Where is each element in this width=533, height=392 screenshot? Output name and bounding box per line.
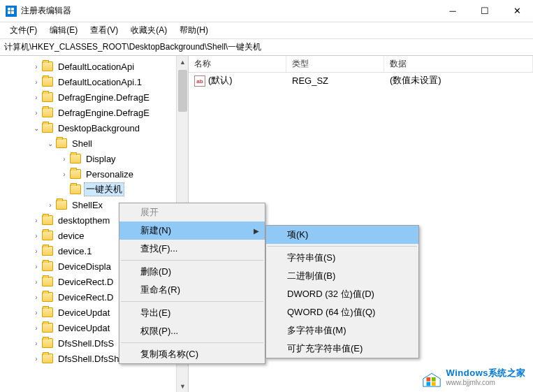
menu-item[interactable]: 重命名(R) [119,281,265,299]
folder-icon [42,231,53,240]
tree-item[interactable]: 一键关机 [0,182,188,197]
svg-rect-1 [11,8,14,10]
col-header-type[interactable]: 类型 [286,56,384,72]
folder-icon [42,307,53,317]
collapse-icon[interactable]: ⌄ [32,124,41,132]
menu-item-label: 删除(D) [140,266,171,278]
expand-icon[interactable]: › [32,247,41,255]
tree-item[interactable]: ›Personalize [0,166,188,182]
folder-icon [56,200,67,210]
context-menu: 展开新建(N)▶查找(F)...删除(D)重命名(R)导出(E)权限(P)...… [119,203,265,364]
menu-item[interactable]: QWORD (64 位)值(Q) [266,303,418,321]
folder-icon [70,184,81,194]
list-row[interactable]: ab(默认)REG_SZ(数值未设置) [189,73,533,88]
collapse-icon[interactable]: ⌄ [46,140,54,147]
folder-icon [42,338,53,348]
scroll-up-icon[interactable]: ▲ [177,56,189,68]
titlebar: 注册表编辑器 ─ ☐ ✕ [0,0,533,22]
window-buttons: ─ ☐ ✕ [437,0,533,22]
expand-icon[interactable]: › [32,293,41,301]
expand-icon[interactable]: › [60,170,68,178]
tree-item-label: device.1 [56,245,94,257]
tree-item[interactable]: ›DefragEngine.DefragE [0,89,188,105]
tree-item[interactable]: ›Display [0,151,188,166]
menu-view[interactable]: 查看(V) [85,23,124,38]
menu-item[interactable]: 二进制值(B) [266,267,418,285]
menu-separator [121,301,263,302]
watermark-logo-icon [421,367,442,388]
expand-icon[interactable]: › [32,324,41,332]
folder-icon [42,123,53,133]
tree-item[interactable]: ›DefragEngine.DefragE [0,105,188,120]
tree-item[interactable]: ›DefaultLocationApi [0,59,188,74]
menu-item[interactable]: 新建(N)▶ [119,222,265,240]
expand-icon[interactable]: › [32,94,41,101]
svg-rect-6 [432,377,436,382]
submenu-arrow-icon: ▶ [254,227,259,235]
expand-icon[interactable]: › [46,201,54,209]
menu-item[interactable]: 多字符串值(M) [266,321,418,340]
menu-favorites[interactable]: 收藏夹(A) [125,23,173,38]
scroll-down-icon[interactable]: ▼ [177,380,189,392]
minimize-button[interactable]: ─ [437,0,469,22]
tree-item-label: DeviceDispla [56,261,113,273]
expand-icon[interactable]: › [32,355,41,363]
menu-item-label: 字符串值(S) [287,252,335,264]
menu-separator [121,260,263,261]
expand-icon[interactable]: › [32,109,41,117]
folder-icon [42,108,53,117]
addressbar[interactable]: 计算机\HKEY_CLASSES_ROOT\DesktopBackground\… [0,39,533,56]
menu-item: 展开 [119,203,265,222]
expand-icon[interactable]: › [32,278,41,286]
folder-icon [42,92,53,102]
svg-rect-7 [426,382,430,386]
folder-icon [42,292,53,302]
value-name: (默认) [208,75,233,85]
tree-item-label: DefragEngine.DefragE [56,92,152,103]
menu-item[interactable]: DWORD (32 位)值(D) [266,285,418,303]
menu-item[interactable]: 字符串值(S) [266,249,418,267]
menu-edit[interactable]: 编辑(E) [44,23,83,38]
tree-item[interactable]: ⌄DesktopBackground [0,120,188,136]
col-header-name[interactable]: 名称 [189,56,286,72]
menu-item[interactable]: 删除(D) [119,263,265,281]
expand-icon[interactable]: › [32,232,41,240]
tree-item-label: Shell [70,138,94,150]
menu-help[interactable]: 帮助(H) [174,23,214,38]
menu-item-label: 查找(F)... [140,242,177,255]
window-title: 注册表编辑器 [21,5,437,17]
menu-item[interactable]: 复制项名称(C) [119,345,265,363]
menu-item[interactable]: 导出(E) [119,304,265,322]
menu-item[interactable]: 查找(F)... [119,240,265,258]
menu-item[interactable]: 项(K) [266,226,418,244]
menu-item-label: DWORD (32 位)值(D) [287,288,374,300]
close-button[interactable]: ✕ [501,0,533,22]
tree-item-label: DesktopBackground [56,122,142,134]
folder-icon [42,215,53,225]
menu-item[interactable]: 权限(P)... [119,322,265,340]
expand-icon[interactable]: › [32,309,41,317]
tree-item-label: Personalize [84,168,136,180]
menu-item[interactable]: 可扩充字符串值(E) [266,340,418,358]
string-value-icon: ab [194,75,205,87]
menu-file[interactable]: 文件(F) [4,23,43,38]
menu-item-label: 二进制值(B) [287,270,335,282]
menu-item-label: QWORD (64 位)值(Q) [287,306,375,319]
menubar: 文件(F) 编辑(E) 查看(V) 收藏夹(A) 帮助(H) [0,22,533,39]
tree-item-label: 一键关机 [84,182,124,196]
col-header-data[interactable]: 数据 [384,56,533,72]
expand-icon[interactable]: › [32,217,41,224]
expand-icon[interactable]: › [32,263,41,270]
maximize-button[interactable]: ☐ [469,0,501,22]
tree-item[interactable]: ⌄Shell [0,136,188,151]
scroll-thumb[interactable] [178,70,187,112]
expand-icon[interactable]: › [32,63,41,71]
tree-item-label: DefragEngine.DefragE [56,107,152,119]
expand-icon[interactable]: › [32,340,41,347]
expand-icon[interactable]: › [32,78,41,86]
menu-separator [268,246,417,247]
expand-icon[interactable]: › [60,155,68,163]
tree-item[interactable]: ›DefaultLocationApi.1 [0,74,188,89]
context-submenu-new: 项(K)字符串值(S)二进制值(B)DWORD (32 位)值(D)QWORD … [265,225,419,358]
tree-item-label: ShellEx [70,199,105,211]
